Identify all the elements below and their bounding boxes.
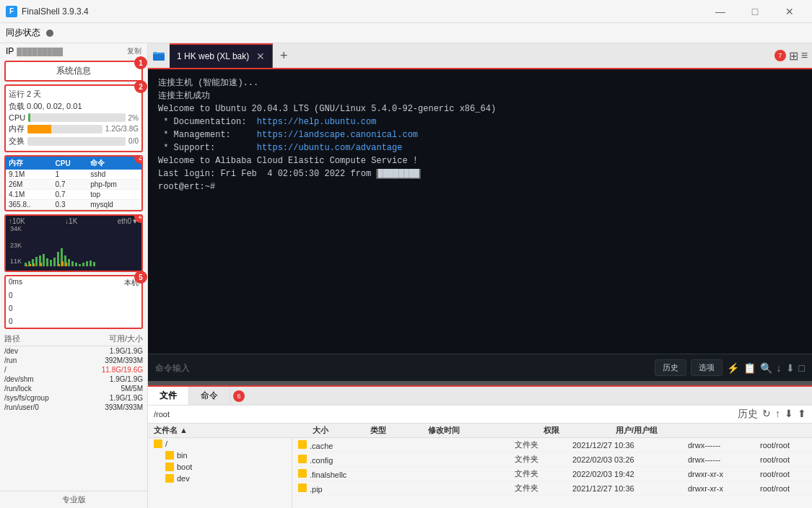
file-tab-files[interactable]: 文件 [148, 387, 189, 405]
svg-rect-22 [33, 263, 35, 266]
proc-header-cmd: 命令 [87, 157, 141, 170]
uptime-row: 运行 2 天 [9, 89, 139, 100]
sidebar: IP █████████ 复制 系统信息 1 2 运行 2 天 负载 0.00,… [0, 43, 148, 508]
file-panel: 文件 命令 6 /root 历史 ↻ ↑ ⬇ ⬆ 文件名 ▲ 大小 [148, 385, 812, 508]
tab-hk-web[interactable]: 1 HK web (XL bak) ✕ [170, 43, 273, 68]
disk-size-header: 可用/大小 [109, 333, 143, 344]
download-file-icon[interactable]: ⬇ [785, 408, 793, 421]
table-row: 365.8..0.3mysqld [6, 200, 141, 210]
menu-icon[interactable]: ≡ [801, 49, 808, 62]
list-item: /run392M/393M [4, 356, 143, 365]
minimize-button[interactable]: — [704, 0, 737, 23]
pro-label: 专业版 [0, 491, 147, 508]
scroll-down-icon[interactable]: ⬇ [786, 362, 795, 374]
process-section: 3 内存 CPU 命令 9.1M1sshd26M0.7php-fpm4.1M0.… [4, 155, 143, 211]
load-row: 负载 0.00, 0.02, 0.01 [9, 101, 139, 112]
options-button[interactable]: 选项 [691, 359, 722, 376]
close-button[interactable]: ✕ [773, 0, 806, 23]
maximize-panel-icon[interactable]: □ [799, 362, 805, 374]
swap-value: 0/0 [128, 137, 139, 145]
ip-value: █████████ [17, 48, 63, 56]
list-item: /dev1.9G/1.9G [4, 346, 143, 356]
chart-y-labels: 34K 23K 11K [10, 225, 22, 265]
file-tab-commands[interactable]: 命令 [189, 387, 230, 405]
list-item: /11.8G/19.6G [4, 365, 143, 375]
app-title: FinalShell 3.9.3.4 [22, 6, 704, 17]
disk-section: 路径 可用/大小 /dev1.9G/1.9G/run392M/393M/11.8… [4, 332, 143, 489]
upload-file-icon[interactable]: ⬆ [798, 408, 806, 421]
list-item[interactable]: .finalshellc 文件夹 2022/02/03 19:42 drwxr-… [292, 467, 812, 481]
folder-icon [298, 469, 307, 478]
tab-close-icon[interactable]: ✕ [256, 51, 265, 62]
right-content: 1 HK web (XL bak) ✕ + 7 ⊞ ≡ 连接主机 (智能加速).… [148, 43, 812, 508]
list-item[interactable]: bin [148, 450, 292, 461]
command-input[interactable] [155, 363, 650, 373]
cpu-bar [28, 113, 30, 122]
list-item[interactable]: dev [148, 473, 292, 484]
stats-section: 2 运行 2 天 负载 0.00, 0.02, 0.01 CPU 2% 内存 1… [4, 84, 143, 152]
svg-rect-14 [75, 263, 77, 266]
terminal-line: root@ert:~# [158, 180, 802, 193]
list-item[interactable]: / [148, 438, 292, 450]
ip-row: IP █████████ 复制 [0, 43, 147, 59]
tab-label: 1 HK web (XL bak) [177, 51, 249, 61]
list-item[interactable]: .pip 文件夹 2021/12/27 10:36 drwxr-xr-x roo… [292, 481, 812, 496]
ping-section: 5 0ms 本机 0 0 0 [4, 275, 143, 329]
table-row: 26M0.7php-fpm [6, 180, 141, 190]
disk-list: /dev1.9G/1.9G/run392M/393M/11.8G/19.6G/d… [4, 346, 143, 412]
table-row: 4.1M0.7top [6, 190, 141, 200]
svg-rect-7 [50, 260, 52, 266]
svg-rect-15 [79, 264, 81, 266]
search-icon[interactable]: 🔍 [760, 362, 772, 374]
clipboard-icon[interactable]: 📋 [743, 362, 756, 374]
svg-rect-13 [71, 261, 74, 266]
ping-badge: 5 [134, 271, 147, 284]
file-table-header: 文件名 ▲ 大小 类型 修改时间 权限 用户/用户组 [148, 424, 812, 438]
network-chart-section: 4 ↑10K ↓1K eth0▼ 34K 23K 11K [4, 214, 143, 272]
app-icon: F [6, 6, 17, 17]
up-dir-icon[interactable]: ↑ [775, 408, 780, 421]
folder-icon [165, 474, 174, 483]
svg-rect-3 [35, 257, 38, 266]
swap-row: 交换 0/0 [9, 136, 139, 146]
history-icon[interactable]: 历史 [738, 408, 758, 421]
terminal[interactable]: 连接主机 (智能加速)...连接主机成功Welcome to Ubuntu 20… [148, 69, 812, 354]
svg-rect-17 [86, 261, 88, 266]
col-type: 类型 [370, 425, 428, 436]
terminal-line: * Support: https://ubuntu.com/advantage [158, 141, 802, 154]
folder-icon [298, 440, 307, 449]
svg-rect-20 [26, 265, 27, 266]
terminal-line: 连接主机成功 [158, 89, 802, 102]
chart-area: 34K 23K 11K [9, 227, 139, 266]
disk-header: 路径 可用/大小 [4, 332, 143, 346]
net-up: ↑10K [9, 217, 25, 225]
download-icon[interactable]: ↓ [777, 362, 782, 374]
mem-value: 1.2G/3.8G [105, 125, 139, 133]
proc-header-cpu: CPU [53, 157, 88, 170]
file-path-bar: /root 历史 ↻ ↑ ⬇ ⬆ [148, 406, 812, 424]
list-item[interactable]: boot [148, 461, 292, 473]
grid-icon[interactable]: ⊞ [789, 49, 798, 63]
svg-rect-24 [58, 264, 60, 266]
folder-icon [165, 451, 174, 460]
command-bar: 历史 选项 ⚡ 📋 🔍 ↓ ⬇ □ [148, 354, 812, 381]
swap-label: 交换 [9, 136, 25, 146]
lightning-icon[interactable]: ⚡ [727, 362, 739, 374]
list-item[interactable]: .config 文件夹 2022/02/03 03:26 drwx------ … [292, 452, 812, 467]
history-button[interactable]: 历史 [655, 359, 686, 376]
terminal-line: * Management: https://landscape.canonica… [158, 128, 802, 141]
copy-ip-button[interactable]: 复制 [127, 46, 141, 56]
cpu-row: CPU 2% [9, 113, 139, 122]
table-row: 9.1M1sshd [6, 170, 141, 180]
net-down: ↓1K [65, 217, 77, 225]
svg-rect-25 [62, 261, 64, 266]
network-sparkline [25, 227, 143, 266]
maximize-button[interactable]: □ [738, 0, 772, 23]
list-item[interactable]: .cache 文件夹 2021/12/27 10:36 drwx------ r… [292, 438, 812, 452]
disk-path-header: 路径 [4, 333, 20, 344]
sysinfo-button[interactable]: 系统信息 1 [4, 61, 143, 82]
new-tab-button[interactable]: + [273, 43, 294, 68]
cpu-progress [28, 113, 125, 122]
refresh-icon[interactable]: ↻ [762, 408, 771, 421]
file-list-right: .cache 文件夹 2021/12/27 10:36 drwx------ r… [292, 438, 812, 508]
